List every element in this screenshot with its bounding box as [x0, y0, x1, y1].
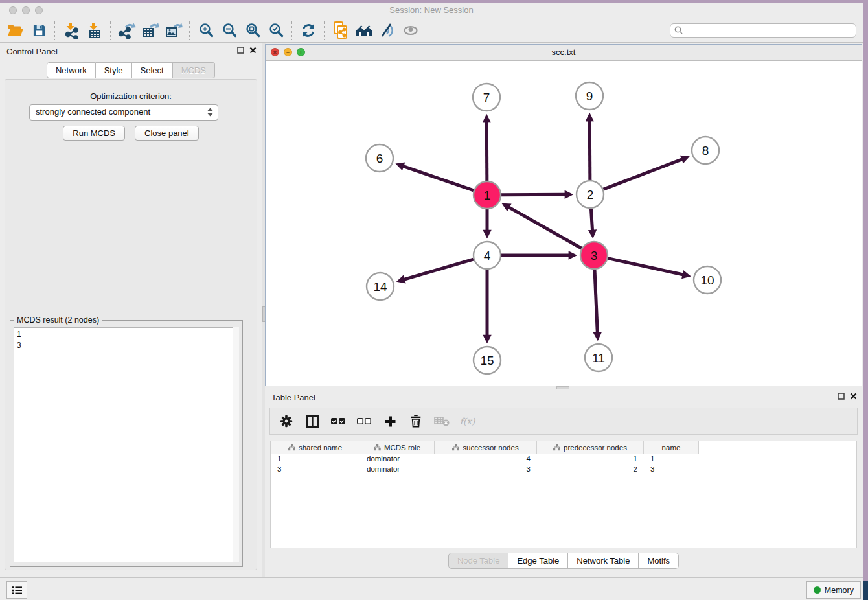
refresh-layout-button[interactable] [297, 21, 320, 40]
zoom-in-button[interactable] [194, 21, 218, 40]
edge-2-8[interactable] [604, 159, 683, 190]
zoom-window-icon[interactable] [35, 6, 43, 14]
zoom-out-button[interactable] [218, 21, 241, 40]
tab-edge-table[interactable]: Edge Table [508, 553, 568, 569]
edge-1-7[interactable] [486, 122, 487, 181]
birds-eye-view-button[interactable] [399, 21, 422, 40]
export-image-button[interactable] [162, 21, 185, 40]
edge-2-3[interactable] [591, 209, 592, 231]
cell-shared-name[interactable]: 1 [271, 454, 360, 465]
node-label-7: 7 [483, 91, 490, 104]
edge-3-11[interactable] [595, 270, 597, 333]
tab-motifs[interactable]: Motifs [639, 553, 679, 569]
table-row[interactable]: 3dominator323 [271, 465, 856, 475]
import-table-button[interactable] [83, 21, 106, 40]
memory-button[interactable]: Memory [806, 581, 861, 599]
mcds-result-line: 1 [17, 329, 236, 340]
import-network-button[interactable] [60, 21, 83, 40]
node-label-11: 11 [592, 351, 605, 365]
save-session-button[interactable] [27, 21, 51, 40]
cell-successor-nodes[interactable]: 3 [435, 465, 537, 475]
edge-1-2[interactable] [501, 194, 565, 195]
add-column-button[interactable] [382, 413, 398, 430]
zoom-selected-button[interactable] [264, 21, 288, 40]
home-layout-button[interactable] [352, 21, 376, 40]
criterion-select[interactable]: strongly connected component [29, 104, 218, 121]
close-panel-icon[interactable] [850, 393, 857, 400]
edge-1-6[interactable] [403, 166, 474, 190]
optimization-criterion-label: Optimization criterion: [5, 91, 257, 101]
export-network-icon [118, 22, 136, 39]
tab-network-table[interactable]: Network Table [568, 553, 639, 569]
search-input[interactable] [670, 23, 856, 38]
node-label-9: 9 [586, 89, 593, 103]
level-of-detail-button[interactable] [376, 21, 399, 40]
minimize-network-icon[interactable]: − [284, 48, 292, 56]
open-file-button[interactable] [4, 21, 27, 40]
delete-column-button[interactable] [407, 413, 424, 430]
main-toolbar [0, 18, 863, 43]
minimize-window-icon[interactable] [22, 6, 30, 14]
float-panel-icon[interactable] [237, 47, 244, 54]
run-mcds-button[interactable]: Run MCDS [63, 126, 125, 141]
session-title: Session: New Session [0, 3, 863, 18]
column-label: shared name [299, 444, 342, 452]
cell-mcds-role[interactable]: dominator [360, 465, 435, 475]
close-panel-icon[interactable] [249, 47, 257, 54]
column-type-icon [452, 444, 459, 451]
tab-node-table[interactable]: Node Table [448, 553, 509, 569]
column-label: predecessor nodes [564, 444, 627, 452]
close-panel-button[interactable]: Close panel [135, 126, 199, 141]
export-table-button[interactable] [139, 21, 162, 40]
tab-network[interactable]: Network [47, 62, 96, 78]
edge-3-1[interactable] [508, 207, 582, 249]
deselect-all-checks-button[interactable] [356, 413, 372, 430]
export-network-button[interactable] [115, 21, 139, 40]
node-label-4: 4 [484, 249, 491, 262]
show-column-button[interactable] [304, 413, 321, 430]
node-label-15: 15 [480, 354, 494, 367]
window-controls[interactable] [9, 6, 43, 14]
select-all-checks-button[interactable] [330, 413, 347, 430]
node-label-10: 10 [700, 273, 714, 287]
cell-predecessor-nodes[interactable]: 1 [537, 454, 644, 465]
column-header-predecessor-nodes[interactable]: predecessor nodes [537, 441, 644, 454]
edge-3-10[interactable] [608, 259, 683, 275]
tab-select[interactable]: Select [132, 62, 173, 78]
cell-predecessor-nodes[interactable]: 2 [537, 465, 644, 475]
mcds-result-list[interactable]: 13 [14, 327, 239, 562]
float-panel-icon[interactable] [838, 393, 845, 400]
cell-shared-name[interactable]: 3 [271, 465, 360, 475]
cell-name[interactable]: 3 [644, 465, 699, 475]
table-panel-title: Table Panel [271, 393, 315, 402]
refresh-icon [301, 23, 316, 38]
cell-successor-nodes[interactable]: 4 [435, 454, 537, 465]
column-header-successor-nodes[interactable]: successor nodes [435, 441, 537, 454]
task-history-button[interactable] [6, 581, 27, 599]
column-header-shared-name[interactable]: shared name [271, 441, 360, 454]
zoom-fit-icon [246, 23, 260, 38]
table-row[interactable]: 1dominator411 [271, 454, 856, 465]
network-canvas[interactable]: 7968124314101511 [266, 61, 862, 386]
close-window-icon[interactable] [9, 6, 17, 14]
result-scrollbar[interactable] [233, 327, 239, 562]
zoom-fit-button[interactable] [241, 21, 264, 40]
edge-2-9[interactable] [589, 121, 590, 180]
column-type-icon [553, 444, 560, 451]
duplicate-network-button[interactable] [329, 21, 352, 40]
table-toolbar: f(x) [269, 408, 858, 435]
tab-mcds[interactable]: MCDS [173, 62, 215, 78]
close-network-icon[interactable]: × [271, 48, 279, 56]
column-label: successor nodes [463, 444, 518, 452]
network-window-titlebar[interactable]: × − + scc.txt [266, 45, 862, 61]
edge-4-14[interactable] [404, 259, 473, 279]
maximize-network-icon[interactable]: + [297, 48, 305, 56]
column-type-icon [374, 444, 381, 451]
tab-style[interactable]: Style [96, 62, 132, 78]
zoom-out-icon [222, 23, 237, 38]
cell-mcds-role[interactable]: dominator [360, 454, 435, 465]
column-header-name[interactable]: name [644, 441, 699, 454]
column-header-mcds-role[interactable]: MCDS role [360, 441, 435, 454]
cell-name[interactable]: 1 [644, 454, 699, 465]
table-options-button[interactable] [278, 413, 295, 430]
